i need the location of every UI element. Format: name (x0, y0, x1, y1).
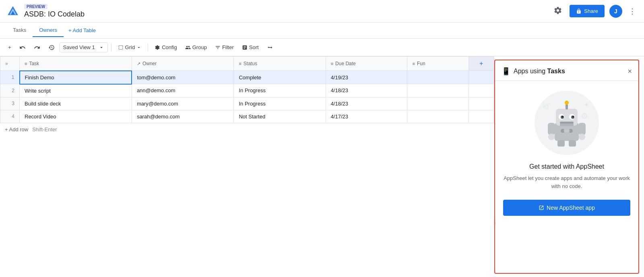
extra-button[interactable] (264, 42, 277, 53)
fun-cell-4[interactable] (407, 110, 469, 123)
table-area: » ≡ Task ↗ Owner (0, 56, 494, 277)
extra-cell-1 (469, 71, 494, 84)
tab-owners[interactable]: Owners (33, 24, 64, 37)
task-col-icon: ≡ (25, 61, 27, 66)
add-table-button[interactable]: + Add Table (64, 24, 101, 37)
expand-col-header: » (5, 61, 14, 66)
robot-illustration: ◁ ✦ ⚙ (535, 91, 599, 155)
table-row[interactable]: 3 Build slide deck mary@demo.com In Prog… (0, 97, 494, 110)
due-date-cell-3[interactable]: 4/18/23 (326, 97, 407, 110)
group-button[interactable]: Group (182, 42, 210, 52)
redo-button[interactable] (31, 42, 43, 53)
phone-icon: 📱 (502, 67, 510, 76)
svg-point-6 (565, 101, 569, 105)
preview-badge: PREVIEW (24, 4, 47, 9)
panel-heading: Get started with AppSheet (529, 163, 604, 170)
grid-button[interactable]: Grid (115, 42, 145, 52)
title-area: PREVIEW ASDB: IO Codelab (24, 4, 551, 19)
tab-bar: Tasks Owners + Add Table (0, 23, 644, 39)
status-cell-1[interactable]: Complete (234, 71, 326, 84)
table-row[interactable]: 2 Write script ann@demo.com In Progress … (0, 84, 494, 97)
robot-svg: ◁ ✦ ⚙ (541, 97, 593, 149)
status-cell-4[interactable]: Not Started (234, 110, 326, 123)
due-date-cell-1[interactable]: 4/19/23 (326, 71, 407, 84)
panel-title: Apps using Tasks (514, 68, 624, 75)
task-cell-2[interactable]: Write script (20, 84, 132, 97)
owner-col-icon: ↗ (137, 61, 140, 66)
external-link-icon (539, 205, 544, 211)
col-header-task[interactable]: ≡ Task (20, 57, 132, 71)
undo-button[interactable] (16, 42, 29, 53)
col-header-fun[interactable]: ≡ Fun (407, 57, 469, 71)
app-title: ASDB: IO Codelab (24, 10, 551, 19)
panel-header: 📱 Apps using Tasks × (495, 60, 638, 81)
status-cell-3[interactable]: In Progress (234, 97, 326, 110)
svg-rect-20 (578, 123, 586, 135)
svg-point-12 (572, 116, 574, 118)
owner-cell-4[interactable]: sarah@demo.com (132, 110, 234, 123)
add-button[interactable]: + (5, 42, 14, 52)
data-table: » ≡ Task ↗ Owner (0, 56, 494, 123)
svg-rect-22 (557, 140, 565, 147)
top-right-actions: Share J ⋮ (551, 4, 638, 19)
main-area: » ≡ Task ↗ Owner (0, 56, 644, 277)
config-button[interactable]: Config (151, 42, 180, 52)
svg-rect-14 (560, 124, 574, 126)
view-selector[interactable]: Saved View 1 (60, 42, 108, 52)
settings-button[interactable] (551, 4, 565, 19)
due-date-cell-2[interactable]: 4/18/23 (326, 84, 407, 97)
tab-tasks[interactable]: Tasks (6, 24, 33, 37)
col-header-status[interactable]: ≡ Status (234, 57, 326, 71)
due-date-col-icon: ≡ (331, 61, 333, 66)
panel-close-button[interactable]: × (627, 68, 632, 75)
table-row[interactable]: 1 Finish Demo tom@demo.com Complete 4/19… (0, 71, 494, 84)
task-cell-4[interactable]: Record Video (20, 110, 132, 123)
status-cell-2[interactable]: In Progress (234, 84, 326, 97)
sort-button[interactable]: Sort (239, 42, 262, 52)
col-header-owner[interactable]: ↗ Owner (132, 57, 234, 71)
task-cell-1[interactable]: Finish Demo (20, 71, 132, 84)
table-row[interactable]: 4 Record Video sarah@demo.com Not Starte… (0, 110, 494, 123)
table-header-row: » ≡ Task ↗ Owner (0, 57, 494, 71)
history-button[interactable] (45, 42, 58, 53)
fun-col-icon: ≡ (412, 61, 415, 66)
due-date-cell-4[interactable]: 4/17/23 (326, 110, 407, 123)
svg-text:◁: ◁ (543, 102, 548, 110)
col-header-due-date[interactable]: ≡ Due Date (326, 57, 407, 71)
add-row-button[interactable]: + Add row Shift-Enter (0, 123, 494, 136)
svg-rect-17 (564, 130, 570, 132)
user-avatar[interactable]: J (609, 5, 622, 18)
owner-cell-1[interactable]: tom@demo.com (132, 71, 234, 84)
toolbar-divider-1 (111, 43, 111, 52)
row-num-1: 1 (0, 71, 20, 84)
row-num-4: 4 (0, 110, 20, 123)
extra-cell-4 (469, 110, 494, 123)
row-num-3: 3 (0, 97, 20, 110)
add-row-hint: Shift-Enter (32, 126, 57, 132)
fun-cell-1[interactable] (407, 71, 469, 84)
svg-rect-23 (569, 140, 576, 147)
svg-text:✦: ✦ (584, 101, 589, 108)
new-appsheet-app-button[interactable]: New AppSheet app (503, 200, 630, 216)
svg-rect-18 (548, 123, 555, 135)
app-logo (6, 5, 19, 18)
col-header-extra[interactable]: + (469, 57, 494, 71)
owner-cell-2[interactable]: ann@demo.com (132, 84, 234, 97)
toolbar-divider-2 (148, 43, 148, 52)
task-cell-3[interactable]: Build slide deck (20, 97, 132, 110)
svg-point-19 (548, 134, 555, 140)
more-options-button[interactable]: ⋮ (627, 5, 638, 17)
top-bar: PREVIEW ASDB: IO Codelab Share J ⋮ (0, 0, 644, 23)
fun-cell-3[interactable] (407, 97, 469, 110)
filter-button[interactable]: Filter (212, 42, 237, 52)
fun-cell-2[interactable] (407, 84, 469, 97)
svg-rect-5 (566, 104, 568, 110)
view-selector-label: Saved View 1 (63, 44, 95, 50)
apps-panel: 📱 Apps using Tasks × (494, 60, 639, 274)
owner-cell-3[interactable]: mary@demo.com (132, 97, 234, 110)
toolbar: + Saved View 1 Grid Config Group Filter … (0, 39, 644, 56)
share-button[interactable]: Share (570, 5, 605, 17)
svg-point-11 (562, 116, 564, 118)
panel-body: ◁ ✦ ⚙ Get started with AppSheet AppSheet… (495, 81, 638, 273)
svg-text:⚙: ⚙ (581, 112, 588, 120)
